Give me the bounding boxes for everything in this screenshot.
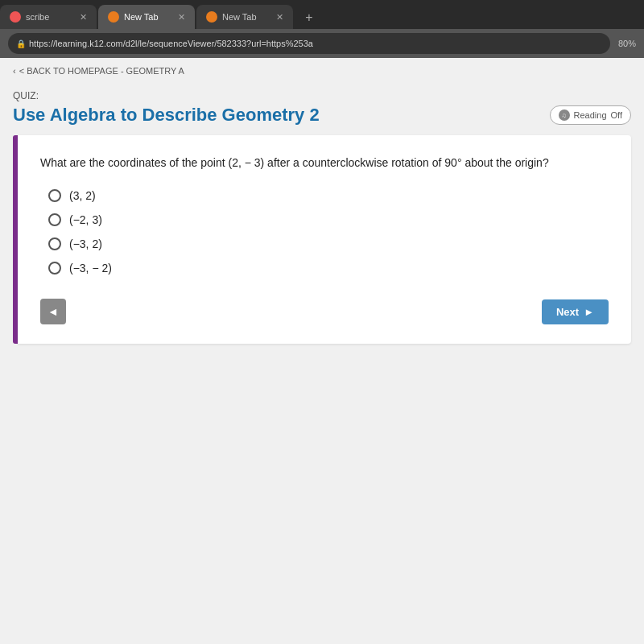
quiz-card: What are the coordinates of the point (2… bbox=[18, 135, 631, 344]
new-tab-button[interactable]: + bbox=[298, 6, 320, 29]
address-bar[interactable]: 🔒 https://learning.k12.com/d2l/le/sequen… bbox=[8, 33, 610, 54]
tab-3-label: New Tab bbox=[222, 12, 271, 22]
option-1-label: (3, 2) bbox=[69, 189, 96, 202]
option-1[interactable]: (3, 2) bbox=[48, 189, 609, 202]
option-4-label: (−3, − 2) bbox=[69, 262, 112, 275]
tab-2[interactable]: New Tab ✕ bbox=[98, 5, 195, 29]
quiz-card-wrapper: What are the coordinates of the point (2… bbox=[0, 135, 644, 357]
radio-1[interactable] bbox=[48, 189, 61, 202]
option-2-label: (−2, 3) bbox=[69, 213, 102, 226]
card-footer: ◄ Next ► bbox=[40, 299, 609, 324]
question-text: What are the coordinates of the point (2… bbox=[40, 155, 609, 171]
tab-3-favicon bbox=[206, 11, 217, 23]
back-nav[interactable]: ‹ < BACK TO HOMEPAGE - GEOMETRY A bbox=[0, 58, 644, 84]
option-2[interactable]: (−2, 3) bbox=[48, 213, 609, 226]
next-label: Next bbox=[556, 306, 579, 318]
back-nav-label: < BACK TO HOMEPAGE - GEOMETRY A bbox=[19, 66, 184, 76]
answer-options: (3, 2) (−2, 3) (−3, 2) (−3, − 2) bbox=[48, 189, 609, 275]
back-arrow-icon: ‹ bbox=[13, 66, 16, 76]
reading-status: Off bbox=[611, 110, 622, 120]
quiz-title-row: Use Algebra to Describe Geometry 2 ♫ Rea… bbox=[13, 105, 631, 126]
prev-button[interactable]: ◄ bbox=[40, 299, 66, 324]
tab-3-close[interactable]: ✕ bbox=[276, 12, 283, 23]
browser-chrome: scribe ✕ New Tab ✕ New Tab ✕ + 🔒 https:/… bbox=[0, 0, 644, 58]
page-content: ‹ < BACK TO HOMEPAGE - GEOMETRY A QUIZ: … bbox=[0, 58, 644, 644]
next-icon: ► bbox=[584, 306, 594, 318]
tab-2-favicon bbox=[108, 11, 119, 23]
tab-1[interactable]: scribe ✕ bbox=[0, 5, 97, 29]
reading-label: Reading bbox=[574, 110, 607, 120]
tab-2-label: New Tab bbox=[124, 12, 173, 22]
quiz-prefix: QUIZ: bbox=[13, 90, 631, 101]
address-text: https://learning.k12.com/d2l/le/sequence… bbox=[29, 39, 602, 48]
tab-1-label: scribe bbox=[26, 12, 75, 22]
tab-bar: scribe ✕ New Tab ✕ New Tab ✕ + bbox=[0, 0, 644, 29]
tab-1-close[interactable]: ✕ bbox=[80, 12, 87, 23]
reading-icon: ♫ bbox=[559, 109, 570, 121]
address-bar-row: 🔒 https://learning.k12.com/d2l/le/sequen… bbox=[0, 29, 644, 58]
radio-2[interactable] bbox=[48, 213, 61, 226]
tab-1-favicon bbox=[10, 11, 21, 23]
quiz-title: Use Algebra to Describe Geometry 2 bbox=[13, 105, 320, 126]
radio-3[interactable] bbox=[48, 237, 61, 250]
option-3[interactable]: (−3, 2) bbox=[48, 237, 609, 250]
option-4[interactable]: (−3, − 2) bbox=[48, 262, 609, 275]
lock-icon: 🔒 bbox=[16, 39, 26, 48]
quiz-header: QUIZ: Use Algebra to Describe Geometry 2… bbox=[0, 84, 644, 135]
next-button[interactable]: Next ► bbox=[542, 299, 609, 324]
prev-icon: ◄ bbox=[47, 305, 59, 318]
option-3-label: (−3, 2) bbox=[69, 237, 102, 250]
tab-2-close[interactable]: ✕ bbox=[178, 12, 185, 23]
reading-button[interactable]: ♫ Reading Off bbox=[550, 105, 631, 125]
radio-4[interactable] bbox=[48, 262, 61, 275]
zoom-level: 80% bbox=[618, 39, 636, 48]
tab-3[interactable]: New Tab ✕ bbox=[196, 5, 293, 29]
